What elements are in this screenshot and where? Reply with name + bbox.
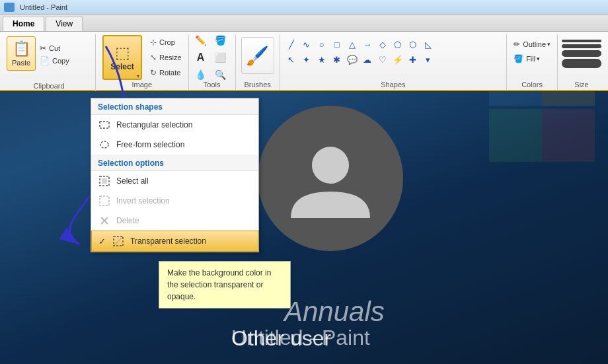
paste-icon: 📋: [13, 40, 30, 57]
shape-arrow-right[interactable]: →: [360, 37, 375, 52]
transparent-selection-icon: [112, 235, 125, 248]
annuals-label: Annuals: [284, 296, 385, 328]
svg-rect-4: [102, 178, 107, 184]
shape-curve[interactable]: ∿: [299, 37, 314, 52]
select-all-item[interactable]: Select all: [91, 171, 258, 191]
copy-icon: 📄: [40, 56, 50, 65]
size-2[interactable]: [562, 44, 601, 48]
shape-oval[interactable]: ○: [315, 37, 329, 52]
size-section: Size: [558, 34, 605, 90]
toolbar: 📋 Paste ✂ Cut 📄 Copy Clipboard: [0, 32, 608, 91]
select-all-icon: [98, 174, 111, 188]
clipboard-label: Clipboard: [3, 82, 95, 90]
select-button[interactable]: ⬚ Select ▾: [102, 35, 142, 80]
brushes-button[interactable]: 🖌️: [241, 37, 274, 74]
select-icon: ⬚: [115, 44, 130, 62]
shape-star6[interactable]: ✱: [330, 52, 344, 67]
delete-label: Delete: [116, 216, 139, 225]
fill-bucket-icon: 🪣: [513, 54, 523, 63]
tab-view[interactable]: View: [46, 16, 83, 31]
title-bar-text: Untitled - Paint: [20, 3, 67, 11]
shape-rect[interactable]: □: [330, 37, 344, 52]
brushes-icon: 🖌️: [246, 45, 269, 67]
tooltip: Make the background color in the selecti…: [159, 261, 291, 309]
fill-button[interactable]: 🪣 Fill ▾: [511, 52, 553, 66]
colors-section-label: Colors: [507, 81, 557, 89]
rotate-label: Rotate: [159, 69, 180, 77]
shape-star5[interactable]: ★: [315, 52, 329, 67]
shape-heart[interactable]: ♡: [375, 52, 390, 67]
text-tool[interactable]: A: [193, 50, 209, 65]
shape-pentagon[interactable]: ⬠: [391, 37, 405, 52]
shape-star4[interactable]: ✦: [299, 52, 314, 67]
freeform-selection-icon: [98, 138, 111, 151]
tab-bar: Home View: [0, 15, 608, 32]
delete-icon: [98, 214, 111, 227]
copy-button[interactable]: 📄 Copy: [38, 55, 91, 67]
rotate-icon: ↻: [150, 68, 157, 77]
shape-cross[interactable]: ✚: [406, 52, 420, 67]
ribbon: Untitled - Paint Home View 📋 Paste ✂ Cut: [0, 0, 608, 91]
shape-diamond[interactable]: ◇: [375, 37, 390, 52]
shape-lightning[interactable]: ⚡: [391, 52, 405, 67]
invert-selection-icon: [98, 194, 111, 207]
select-dropdown-arrow: ▾: [137, 73, 139, 79]
outline-pen-icon: ✏: [513, 40, 520, 49]
paste-button[interactable]: 📋 Paste: [7, 36, 36, 71]
transparent-selection-label: Transparent selection: [130, 237, 206, 246]
select-all-label: Select all: [116, 176, 149, 186]
outline-label: Outline: [523, 40, 546, 48]
crop-label: Crop: [159, 38, 175, 46]
svg-point-2: [100, 141, 108, 148]
transparent-selection-item[interactable]: ✓ Transparent selection: [91, 231, 258, 252]
paste-label: Paste: [12, 59, 30, 67]
transparent-selection-check: ✓: [98, 237, 109, 246]
shape-triangle[interactable]: △: [345, 37, 360, 52]
fill-dropdown: ▾: [537, 55, 540, 62]
outline-button[interactable]: ✏ Outline ▾: [511, 37, 553, 52]
delete-item[interactable]: Delete: [91, 211, 258, 231]
resize-button[interactable]: ⤡ Resize: [147, 50, 184, 65]
brushes-section: 🖌️ Brushes: [236, 34, 280, 90]
size-1[interactable]: [562, 40, 601, 42]
select-label: Select: [110, 62, 133, 71]
cut-button[interactable]: ✂ Cut: [38, 42, 91, 54]
tab-home[interactable]: Home: [3, 16, 44, 31]
size-4[interactable]: [562, 59, 601, 68]
shape-hexagon[interactable]: ⬡: [406, 37, 420, 52]
svg-point-0: [312, 147, 349, 184]
svg-rect-5: [100, 196, 109, 205]
shape-right-triangle[interactable]: ◺: [421, 37, 436, 52]
freeform-selection-item[interactable]: Free-form selection: [91, 135, 258, 155]
title-bar: Untitled - Paint: [0, 0, 608, 15]
user-avatar: [258, 106, 403, 251]
freeform-selection-label: Free-form selection: [116, 140, 184, 149]
rotate-button[interactable]: ↻ Rotate: [147, 65, 184, 80]
other-user-label: Other user: [231, 326, 331, 351]
image-section: ⬚ Select ▾ ⊹ Crop ⤡ Resize ↻ Rotate: [96, 34, 189, 90]
crop-icon: ⊹: [150, 38, 157, 47]
resize-label: Resize: [159, 54, 182, 61]
shape-select-arrow[interactable]: ↖: [284, 52, 299, 67]
crop-button[interactable]: ⊹ Crop: [147, 35, 184, 50]
size-3[interactable]: [562, 50, 601, 57]
title-bar-icon: [4, 3, 15, 12]
outline-dropdown: ▾: [547, 41, 551, 48]
svg-rect-1: [100, 122, 109, 128]
tooltip-text: Make the background color in the selecti…: [167, 268, 271, 301]
pencil-tool[interactable]: ✏️: [193, 32, 209, 48]
invert-selection-item[interactable]: Invert selection: [91, 191, 258, 211]
eraser-tool[interactable]: ⬜: [213, 50, 229, 65]
shape-cloud[interactable]: ☁: [360, 52, 375, 67]
shape-callout[interactable]: 💬: [345, 52, 360, 67]
shape-line[interactable]: ╱: [284, 37, 299, 52]
image-section-label: Image: [96, 81, 188, 89]
rectangular-selection-label: Rectangular selection: [116, 120, 192, 129]
shape-more[interactable]: ▾: [421, 52, 436, 67]
fill-tool[interactable]: 🪣: [213, 32, 229, 48]
rectangular-selection-item[interactable]: Rectangular selection: [91, 115, 258, 135]
selection-shapes-header: Selection shapes: [91, 98, 258, 115]
copy-label: Copy: [52, 57, 69, 65]
brushes-label: Brushes: [236, 81, 280, 89]
shapes-label: Shapes: [280, 81, 507, 89]
